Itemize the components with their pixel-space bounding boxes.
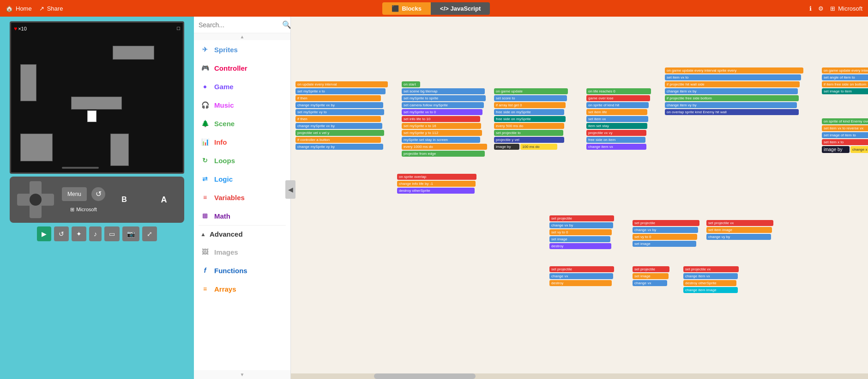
sidebar-advanced-section[interactable]: ▲ Advanced — [194, 226, 290, 243]
block-group-2: on start set scene bg tilemap set mySpri… — [402, 81, 487, 157]
play-button[interactable]: ▶ — [37, 226, 51, 241]
menu-button[interactable]: Menu — [62, 187, 87, 201]
block-row: set image — [633, 241, 696, 247]
debug-button[interactable]: ✦ — [72, 226, 86, 241]
tab-javascript-button[interactable]: </> JavaScript — [431, 2, 490, 15]
block-row: if then — [295, 116, 381, 122]
functions-icon: f — [200, 266, 210, 275]
block-inline: change x to — [850, 146, 868, 153]
block-row: set projectile — [633, 266, 669, 272]
settings-icon[interactable]: ⚙ — [818, 5, 824, 12]
canvas-area[interactable]: on update every interval set mySprite x … — [291, 17, 868, 379]
tab-blocks-button[interactable]: ⬛ Blocks — [382, 2, 431, 15]
block-row: set projectile — [633, 220, 699, 226]
block-row: on overlap sprite kind Enemy hit wall — [665, 109, 799, 115]
advanced-chevron: ▲ — [200, 231, 206, 238]
block-row: change mySprite vx by — [295, 123, 382, 129]
block-row: destroy — [549, 243, 611, 249]
share-icon: ↗ — [39, 5, 44, 12]
block-row: if controller a button — [295, 137, 381, 143]
block-row: set mySprite x to 16 — [402, 123, 481, 129]
block-group-10: set projectile change vx by set vy to 0 … — [633, 220, 699, 247]
math-label: Math — [214, 212, 230, 220]
block-row: every 1000 ms do — [402, 144, 487, 150]
block-group-6: on game update every interval sprite eve… — [665, 67, 803, 115]
sidebar-item-functions[interactable]: f Functions — [194, 261, 290, 280]
block-row: set vy to 0 — [549, 229, 612, 235]
blocks-label: Blocks — [402, 5, 422, 12]
sidebar-item-math[interactable]: ⊞ Math — [194, 207, 290, 225]
block-row: set image of item to — [822, 132, 868, 138]
block-row: change info life by -1 — [397, 181, 476, 187]
platform-3 — [20, 134, 53, 161]
block-row: set projectile — [549, 215, 614, 221]
block-group-12: set projectile change vx destroy — [549, 266, 614, 286]
controller-label: Controller — [214, 64, 247, 72]
block-row: on start — [402, 81, 420, 87]
block-row: set image to item — [822, 88, 868, 94]
block-row: set projectile — [549, 266, 614, 272]
sidebar-item-controller[interactable]: 🎮 Controller — [194, 59, 290, 77]
block-row: on sprite of kind Enemy overlaps Enemy t… — [822, 118, 868, 124]
block-row: if projectile free side bottom — [665, 95, 799, 101]
arrays-icon: ≡ — [200, 284, 210, 293]
logic-label: Logic — [214, 175, 233, 183]
sidebar-item-sprites[interactable]: ✈ Sprites — [194, 40, 290, 59]
block-row: set mySprite x to — [295, 88, 386, 94]
block-group-13: set projectile set image change vx — [633, 266, 669, 286]
block-row: change vx by — [633, 227, 698, 233]
home-button[interactable]: 🏠 Home — [6, 5, 32, 12]
sidebar-item-info[interactable]: 📊 Info — [194, 133, 290, 151]
b-button[interactable]: B — [113, 189, 135, 211]
a-button[interactable]: A — [151, 187, 177, 213]
topbar: 🏠 Home ↗ Share ⬛ Blocks </> JavaScript ℹ… — [0, 0, 868, 17]
block-row-inline: image by 100 ms do — [494, 144, 568, 150]
game-label: Game — [214, 83, 234, 91]
block-row: set projectile vx — [683, 266, 739, 272]
block-row: change vx — [633, 280, 667, 286]
sidebar-item-scene[interactable]: 🌲 Scene — [194, 114, 290, 133]
platform-2 — [71, 97, 122, 110]
dpad[interactable] — [17, 181, 54, 218]
scrollbar-thumb[interactable] — [374, 373, 476, 379]
scroll-up-indicator[interactable]: ▲ — [194, 33, 290, 40]
block-row: projectile from edge — [402, 151, 485, 157]
logic-icon: ⇄ — [200, 174, 210, 183]
screenshot-button[interactable]: 📷 — [122, 226, 139, 241]
sidebar-item-game[interactable]: ● Game — [194, 77, 290, 96]
dpad-center — [30, 194, 42, 206]
block-row: set angle of item to — [822, 74, 868, 80]
variables-icon: ≡ — [200, 193, 210, 202]
audio-button[interactable]: ♪ — [89, 226, 102, 241]
block-row: on sprite of kind hit — [586, 102, 649, 108]
sidebar-item-images[interactable]: 🖼 Images — [194, 243, 290, 261]
ms-icon: ⊞ — [830, 5, 835, 12]
ground-detail — [62, 167, 99, 169]
sidebar-item-logic[interactable]: ⇄ Logic — [194, 170, 290, 188]
block-row: set mySprite vy to — [295, 109, 384, 115]
search-input[interactable] — [199, 21, 279, 29]
block-row: set mySprite to sprite — [402, 95, 486, 101]
fullscreen-button[interactable]: ▭ — [104, 226, 120, 241]
scroll-down-indicator[interactable]: ▼ — [194, 370, 290, 379]
restart-button[interactable]: ↺ — [54, 226, 69, 241]
info-icon[interactable]: ℹ — [809, 5, 812, 12]
block-row: projectile vel x vel y — [295, 130, 384, 136]
refresh-button[interactable]: ↺ — [91, 187, 105, 201]
horizontal-scrollbar[interactable] — [291, 373, 868, 379]
sidebar-item-music[interactable]: 🎧 Music — [194, 96, 290, 114]
sidebar-item-arrays[interactable]: ≡ Arrays — [194, 280, 290, 298]
block-row: projectile vx vy — [586, 130, 646, 136]
sidebar-item-loops[interactable]: ↻ Loops — [194, 151, 290, 170]
share-button[interactable]: ↗ Share — [39, 5, 63, 12]
block-row: free side on mySprite — [494, 109, 564, 115]
share-label: Share — [47, 5, 63, 12]
search-icon[interactable]: 🔍 — [282, 20, 291, 29]
expand-button[interactable]: ⤢ — [142, 226, 157, 241]
block-group-7: on game update every interval every set … — [822, 67, 868, 94]
block-row: destroy — [549, 280, 612, 286]
sprites-icon: ✈ — [200, 45, 210, 54]
sidebar-item-variables[interactable]: ≡ Variables — [194, 188, 290, 207]
block-row: item set stay — [586, 123, 647, 129]
sidebar-collapse-button[interactable]: ◀ — [285, 180, 295, 199]
